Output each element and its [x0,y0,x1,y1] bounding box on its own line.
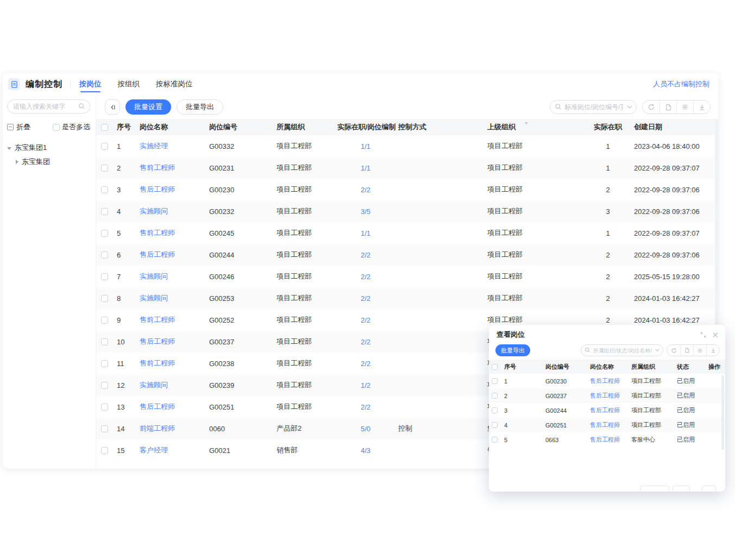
batch-set-button[interactable]: 批量设置 [125,99,171,115]
row-checkbox[interactable] [492,407,498,413]
ratio-link[interactable]: 2/2 [337,338,398,346]
ratio-link[interactable]: 1/2 [337,381,398,389]
tab[interactable]: 按岗位 [79,73,102,95]
column-filter-icon[interactable] [524,122,529,124]
table-row[interactable]: 6 售后工程师 G00244 项目工程部 2/2 项目工程部 2 2022-09… [96,244,718,266]
modal-table-row[interactable]: 1 G00230 售后工程师 项目工程部 已启用 [489,374,725,388]
row-checkbox[interactable] [101,382,108,389]
row-checkbox[interactable] [101,338,108,345]
download-icon[interactable] [706,345,719,356]
ratio-link[interactable]: 2/2 [337,294,398,303]
table-row[interactable]: 2 售前工程师 G00231 项目工程部 1/1 项目工程部 1 2022-09… [96,157,718,179]
export-file-icon[interactable] [680,345,693,356]
ratio-link[interactable]: 1/1 [337,229,398,237]
gear-icon[interactable] [693,345,706,356]
position-name-link[interactable]: 客户经理 [140,445,209,455]
position-name-link[interactable]: 售前工程师 [140,358,209,368]
chevron-down-icon[interactable] [627,105,632,109]
row-checkbox[interactable] [101,295,108,302]
table-row[interactable]: 4 实施顾问 G00232 项目工程部 3/5 项目工程部 3 2022-09-… [96,200,718,222]
tree-node-label[interactable]: 东宝集团1 [15,143,47,153]
table-row[interactable]: 7 实施顾问 G00246 项目工程部 2/2 项目工程部 2 2025-05-… [96,266,718,287]
position-name-link[interactable]: 实施经理 [140,141,209,151]
row-checkbox[interactable] [101,186,108,193]
ratio-link[interactable]: 2/2 [337,360,398,368]
multiselect-checkbox[interactable] [53,124,60,131]
position-name-link[interactable]: 售后工程师 [590,421,631,429]
refresh-icon[interactable] [643,100,659,114]
row-checkbox[interactable] [101,273,108,280]
download-icon[interactable] [693,100,710,114]
row-checkbox[interactable] [101,230,108,237]
ratio-link[interactable]: 2/2 [337,273,398,281]
ratio-link[interactable]: 1/1 [337,142,398,150]
position-name-link[interactable]: 售前工程师 [140,163,209,173]
position-name-link[interactable]: 售后工程师 [140,185,209,194]
row-checkbox[interactable] [101,143,108,150]
table-search-input[interactable] [550,100,637,114]
select-all-checkbox[interactable] [492,364,498,370]
position-name-link[interactable]: 实施顾问 [140,206,209,216]
row-checkbox[interactable] [101,404,108,411]
ratio-link[interactable]: 2/2 [337,403,398,411]
row-checkbox[interactable] [101,447,108,454]
ratio-link[interactable]: 2/2 [337,251,398,259]
refresh-icon[interactable] [667,345,680,356]
row-checkbox[interactable] [101,251,108,259]
table-row[interactable]: 3 售后工程师 G00230 项目工程部 2/2 项目工程部 2 2022-09… [96,179,718,200]
modal-scrollbar[interactable] [721,375,724,450]
row-checkbox[interactable] [492,393,498,399]
expand-icon[interactable] [700,332,706,338]
position-name-link[interactable]: 售后工程师 [590,406,631,414]
position-name-link[interactable]: 售后工程师 [140,402,209,412]
ratio-link[interactable]: 1/1 [337,164,398,172]
row-checkbox[interactable] [101,425,108,432]
modal-table-row[interactable]: 4 G00251 售后工程师 项目工程部 已启用 [489,418,725,432]
collapse-panel-button[interactable] [105,99,120,115]
caret-right-icon[interactable] [16,160,18,164]
table-row[interactable]: 1 实施经理 G00332 项目工程部 1/1 项目工程部 1 2023-04-… [96,135,718,157]
position-name-link[interactable]: 售前工程师 [140,315,209,325]
table-row[interactable]: 8 实施顾问 G00253 项目工程部 2/2 项目工程部 2 2024-01-… [96,287,718,309]
ratio-link[interactable]: 4/3 [337,446,398,455]
position-name-link[interactable]: 售后工程师 [590,392,631,400]
collapse-label[interactable]: 折叠 [16,122,30,132]
pagination-size-select[interactable] [640,486,669,492]
row-checkbox[interactable] [492,422,498,428]
position-name-link[interactable]: 实施顾问 [140,380,209,390]
tree-node-label[interactable]: 东宝集团 [22,157,50,167]
row-checkbox[interactable] [492,378,498,384]
no-headcount-control-link[interactable]: 人员不占编制控制 [653,79,709,89]
pagination-pages[interactable] [673,486,690,492]
modal-table-row[interactable]: 2 G00237 售后工程师 项目工程部 已启用 [489,388,725,403]
position-name-link[interactable]: 售后工程师 [140,337,209,347]
collapse-all-icon[interactable] [7,124,14,130]
ratio-link[interactable]: 3/5 [337,207,398,216]
modal-table-row[interactable]: 3 G00244 售后工程师 项目工程部 已启用 [489,403,725,418]
select-all-checkbox[interactable] [101,124,108,131]
modal-batch-export-button[interactable]: 批量导出 [495,344,530,356]
position-name-link[interactable]: 售前工程师 [140,228,209,238]
ratio-link[interactable]: 5/0 [337,425,398,433]
row-checkbox[interactable] [492,437,498,443]
ratio-link[interactable]: 2/2 [337,316,398,324]
ratio-link[interactable]: 2/2 [337,186,398,194]
modal-table-row[interactable]: 5 0663 售后工程师 客服中心 已启用 [489,432,725,447]
tree-node-group[interactable]: 东宝集团 [7,155,90,169]
modal-search-input[interactable] [581,344,663,356]
caret-down-icon[interactable] [7,147,11,150]
batch-export-button[interactable]: 批量导出 [177,99,223,115]
row-checkbox[interactable] [101,360,108,367]
position-name-link[interactable]: 售后工程师 [590,377,631,385]
table-row[interactable]: 5 售前工程师 G00245 项目工程部 1/1 项目工程部 1 2022-09… [96,222,718,244]
tree-node-group1[interactable]: 东宝集团1 [7,141,90,155]
position-name-link[interactable]: 实施顾问 [140,293,209,303]
close-icon[interactable]: ✕ [712,331,719,339]
row-checkbox[interactable] [101,317,108,324]
tab[interactable]: 按组织 [118,73,140,95]
chevron-down-icon[interactable] [655,349,659,352]
position-name-link[interactable]: 前端工程师 [140,424,209,433]
position-name-link[interactable]: 实施顾问 [140,272,209,281]
export-file-icon[interactable] [659,100,676,114]
position-name-link[interactable]: 售后工程师 [590,436,631,444]
